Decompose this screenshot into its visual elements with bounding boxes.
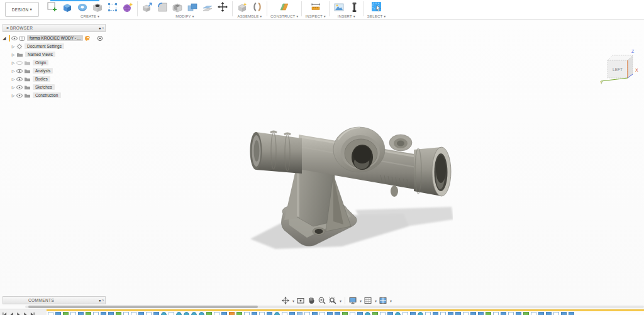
zoom-icon[interactable]	[318, 296, 326, 305]
panel-options-icon[interactable]: ●	[99, 26, 101, 30]
timeline-feature-sketch-icon[interactable]	[146, 312, 152, 315]
grid-snaps-icon[interactable]	[364, 296, 372, 305]
timeline-feature-extrude-icon[interactable]	[289, 312, 295, 315]
timeline-feature-sketch-icon[interactable]	[259, 312, 265, 315]
timeline-feature-revolve-icon[interactable]	[184, 312, 189, 315]
timeline-feature-sketch-icon[interactable]	[70, 312, 76, 315]
timeline-feature-sketch-icon[interactable]	[304, 312, 310, 315]
chevron-down-icon[interactable]: ▾	[340, 299, 341, 303]
expand-icon[interactable]: ▷	[10, 69, 16, 73]
go-to-start-icon[interactable]	[3, 312, 7, 315]
browser-root-row[interactable]: ◢ forma KROCIEC WODY - ...	[3, 34, 106, 42]
insert-mesh-icon[interactable]	[348, 1, 360, 13]
timeline-feature-extrude-icon[interactable]	[108, 312, 114, 315]
timeline-feature-extrude-icon[interactable]	[78, 312, 84, 315]
timeline-feature-track[interactable]	[47, 309, 644, 315]
timeline-feature-fillet-icon[interactable]	[206, 312, 212, 315]
timeline-feature-revolve-icon[interactable]	[199, 312, 204, 315]
pan-icon[interactable]	[307, 296, 316, 305]
browser-row-construction[interactable]: ▷ Construction	[3, 91, 106, 99]
timeline-feature-sketch-icon[interactable]	[440, 312, 446, 315]
root-component-name[interactable]: forma KROCIEC WODY - ...	[27, 35, 83, 41]
timeline-feature-revolve-icon[interactable]	[418, 312, 423, 315]
tree-item-label[interactable]: Sketches	[33, 84, 55, 90]
tree-item-label[interactable]: Document Settings	[25, 43, 64, 49]
browser-row-origin[interactable]: ▷ Origin	[3, 58, 106, 67]
timeline-scrollbar-thumb[interactable]	[28, 306, 258, 308]
step-forward-icon[interactable]	[23, 312, 28, 315]
timeline-feature-extrude-icon[interactable]	[101, 312, 106, 315]
construct-plane-icon[interactable]	[278, 1, 291, 13]
timeline-feature-sketch-icon[interactable]	[244, 312, 250, 315]
comments-panel-header[interactable]: COMMENTS ● ›	[3, 296, 106, 304]
timeline-feature-sketch-icon[interactable]	[123, 312, 129, 315]
timeline-feature-extrude-icon[interactable]	[433, 312, 438, 315]
timeline-feature-sketch-icon[interactable]	[493, 312, 499, 315]
timeline-feature-extrude-icon[interactable]	[335, 312, 340, 315]
shell-icon[interactable]	[171, 1, 184, 13]
tree-item-label[interactable]: Construction	[33, 92, 61, 98]
timeline-feature-extrude-icon[interactable]	[448, 312, 453, 315]
extrude-icon[interactable]	[61, 1, 74, 13]
tree-item-label[interactable]: Analysis	[33, 68, 53, 74]
browser-row-named-views[interactable]: ▷ Named Views	[3, 50, 106, 58]
timeline-feature-revolve-icon[interactable]	[274, 312, 280, 315]
timeline-feature-extrude-icon[interactable]	[569, 312, 574, 315]
eye-icon[interactable]	[16, 85, 23, 90]
go-to-end-icon[interactable]	[30, 312, 35, 315]
chevron-down-icon[interactable]: ▾	[390, 299, 392, 303]
hole-icon[interactable]	[91, 1, 104, 13]
combine-icon[interactable]	[186, 1, 199, 13]
browser-row-document-settings[interactable]: ▷ Document Settings	[3, 42, 106, 50]
timeline-feature-extrude-icon[interactable]	[501, 312, 506, 315]
timeline-feature-extrude-icon[interactable]	[357, 312, 363, 315]
panel-expand-icon[interactable]: ›	[103, 26, 104, 30]
select-icon[interactable]	[370, 1, 383, 13]
timeline-feature-fillet-icon[interactable]	[372, 312, 378, 315]
timeline-feature-sketch-icon[interactable]	[463, 312, 469, 315]
timeline-feature-extrude-icon[interactable]	[455, 312, 461, 315]
toolbar-group-inspect-label[interactable]: INSPECT ▾	[305, 14, 325, 18]
press-pull-icon[interactable]	[141, 1, 153, 13]
timeline-feature-extrude-icon[interactable]	[327, 312, 333, 315]
design-workspace-dropdown[interactable]: DESIGN ▾	[5, 2, 39, 17]
timeline-feature-revolve-icon[interactable]	[365, 312, 370, 315]
chevron-down-icon[interactable]: ▾	[375, 299, 377, 303]
timeline-feature-sketch-icon[interactable]	[169, 312, 174, 315]
timeline-feature-sketch-icon[interactable]	[93, 312, 99, 315]
split-body-icon[interactable]	[201, 1, 214, 13]
step-back-icon[interactable]	[9, 312, 14, 315]
chevron-down-icon[interactable]: ▾	[360, 299, 362, 303]
panel-expand-icon[interactable]: ›	[103, 298, 104, 302]
timeline-feature-fillet-icon[interactable]	[486, 312, 491, 315]
measure-icon[interactable]	[309, 1, 322, 13]
timeline-feature-mirror-icon[interactable]	[297, 312, 303, 315]
pattern-icon[interactable]	[106, 1, 119, 13]
play-icon[interactable]	[16, 312, 21, 315]
tree-item-label[interactable]: Bodies	[33, 76, 50, 82]
timeline-feature-extrude-icon[interactable]	[312, 312, 318, 315]
browser-row-bodies[interactable]: ▷ Bodies	[3, 75, 106, 83]
timeline-feature-sketch-icon[interactable]	[425, 312, 431, 315]
timeline-feature-extrude-icon[interactable]	[267, 312, 272, 315]
display-settings-icon[interactable]	[348, 296, 357, 305]
timeline-feature-sketch-icon[interactable]	[214, 312, 219, 315]
timeline-feature-extrude-icon[interactable]	[221, 312, 227, 315]
chevron-down-icon[interactable]: ▾	[292, 299, 294, 303]
timeline-feature-extrude-icon[interactable]	[410, 312, 416, 315]
joint-icon[interactable]	[251, 1, 264, 13]
timeline-feature-sketch-icon[interactable]	[48, 312, 53, 315]
timeline-feature-sketch-icon[interactable]	[380, 312, 386, 315]
timeline-feature-fillet-icon[interactable]	[86, 312, 91, 315]
timeline-feature-extrude-icon[interactable]	[538, 312, 544, 315]
timeline-feature-fillet-icon[interactable]	[236, 312, 242, 315]
timeline-feature-sketch-icon[interactable]	[402, 312, 408, 315]
timeline-feature-fillet-icon[interactable]	[342, 312, 348, 315]
toolbar-group-construct-label[interactable]: CONSTRUCT ▾	[270, 14, 298, 18]
panel-options-icon[interactable]: ●	[99, 299, 101, 302]
timeline-feature-fillet-icon[interactable]	[63, 312, 69, 315]
expand-icon[interactable]: ▷	[10, 77, 16, 81]
timeline-scrollbar[interactable]	[25, 306, 644, 308]
canvas-icon[interactable]	[333, 1, 345, 13]
viewcube[interactable]: LEFT Z X Y	[600, 47, 640, 89]
